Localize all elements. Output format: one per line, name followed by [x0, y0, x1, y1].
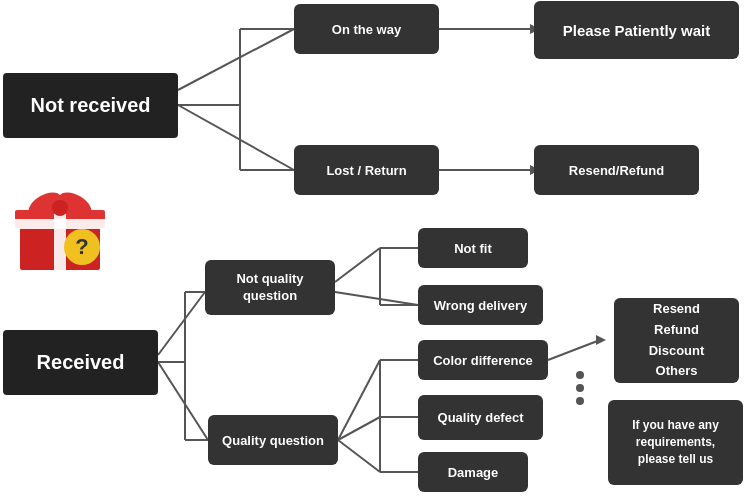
- quality-defect-node: Quality defect: [418, 395, 543, 440]
- resend-refund-top-node: Resend/Refund: [534, 145, 699, 195]
- on-the-way-node: On the way: [294, 4, 439, 54]
- svg-line-0: [178, 29, 294, 90]
- quality-question-node: Quality question: [208, 415, 338, 465]
- svg-line-22: [338, 417, 380, 440]
- not-received-node: Not received: [3, 73, 178, 138]
- resend-options-node: Resend Refund Discount Others: [614, 298, 739, 383]
- received-node: Received: [3, 330, 158, 395]
- not-quality-node: Not quality question: [205, 260, 335, 315]
- lost-return-node: Lost / Return: [294, 145, 439, 195]
- contact-us-node: If you have any requirements, please tel…: [608, 400, 743, 485]
- wrong-delivery-node: Wrong delivery: [418, 285, 543, 325]
- svg-line-1: [178, 105, 294, 170]
- not-fit-node: Not fit: [418, 228, 528, 268]
- svg-rect-36: [15, 219, 105, 229]
- svg-line-11: [158, 362, 208, 440]
- svg-point-31: [576, 384, 584, 392]
- svg-line-10: [158, 292, 205, 355]
- svg-point-39: [52, 200, 68, 216]
- svg-line-28: [548, 340, 600, 360]
- color-difference-node: Color difference: [418, 340, 548, 380]
- svg-line-23: [338, 440, 380, 472]
- svg-point-32: [576, 397, 584, 405]
- svg-line-16: [335, 248, 380, 282]
- damage-node: Damage: [418, 452, 528, 492]
- gift-box-icon: ?: [10, 175, 110, 275]
- svg-marker-29: [596, 335, 606, 345]
- please-wait-node: Please Patiently wait: [534, 1, 739, 59]
- svg-text:?: ?: [75, 234, 88, 259]
- svg-line-17: [335, 292, 418, 305]
- svg-line-21: [338, 360, 380, 440]
- svg-point-30: [576, 371, 584, 379]
